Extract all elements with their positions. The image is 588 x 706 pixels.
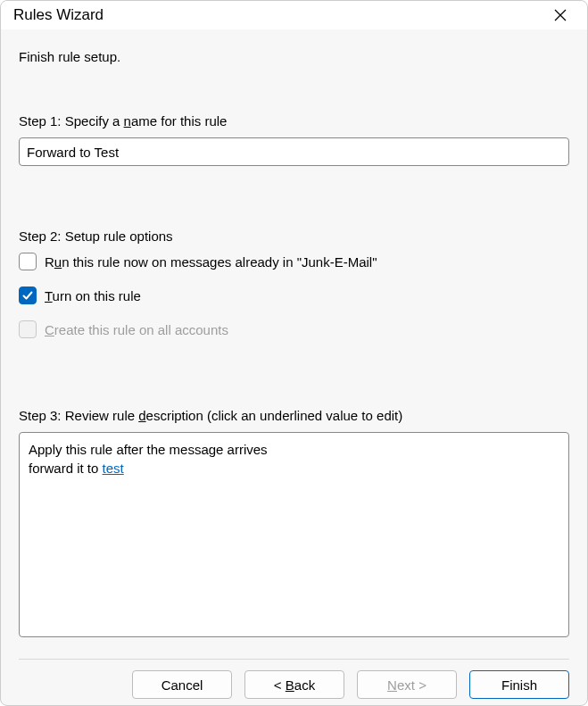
step2-label: Step 2: Setup rule options (19, 228, 569, 244)
page-heading: Finish rule setup. (19, 49, 569, 64)
next-button: Next > (357, 670, 457, 699)
checkbox-label: Run this rule now on messages already in… (45, 254, 377, 270)
checkbox-label: Turn on this rule (45, 288, 141, 303)
checkbox-checked-icon (19, 287, 37, 304)
rule-desc-line: Apply this rule after the message arrive… (29, 440, 559, 459)
checkbox-turn-on[interactable]: Turn on this rule (19, 287, 569, 304)
checkbox-run-now[interactable]: Run this rule now on messages already in… (19, 253, 569, 270)
checkbox-icon (19, 253, 37, 270)
step3-label: Step 3: Review rule description (click a… (19, 408, 569, 423)
checkbox-label: Create this rule on all accounts (45, 322, 228, 337)
finish-button[interactable]: Finish (469, 670, 569, 699)
cancel-button[interactable]: Cancel (132, 670, 232, 699)
rule-description-box: Apply this rule after the message arrive… (19, 432, 569, 637)
rule-name-input[interactable] (19, 137, 569, 166)
back-button[interactable]: < Back (244, 670, 344, 699)
step1-label: Step 1: Specify a name for this rule (19, 113, 569, 129)
rule-desc-line: forward it to test (29, 459, 559, 478)
checkbox-all-accounts: Create this rule on all accounts (19, 320, 569, 338)
checkbox-disabled-icon (19, 320, 37, 338)
rules-wizard-dialog: Rules Wizard Finish rule setup. Step 1: … (0, 0, 588, 706)
titlebar: Rules Wizard (1, 1, 587, 29)
dialog-footer: Cancel < Back Next > Finish (1, 670, 587, 706)
footer-separator (19, 659, 569, 660)
rule-forward-target-link[interactable]: test (103, 461, 124, 476)
dialog-title: Rules Wizard (13, 6, 546, 24)
close-icon (554, 9, 567, 21)
dialog-content: Finish rule setup. Step 1: Specify a nam… (1, 29, 587, 670)
close-button[interactable] (546, 1, 575, 29)
